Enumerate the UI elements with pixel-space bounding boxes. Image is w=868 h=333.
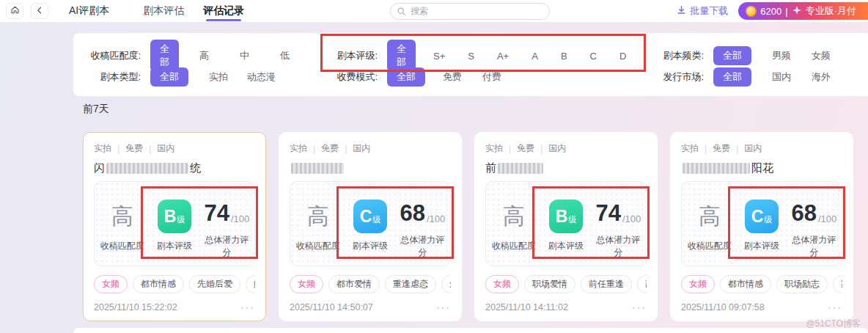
search-input[interactable] xyxy=(390,3,550,20)
score-column: 68 /100 总体潜力评分 xyxy=(397,194,449,259)
grade-badge: B 级 xyxy=(158,200,191,233)
evaluation-card[interactable]: 实拍| 免费| 国内 闪 统 高 收稿匹配度 B 级 剧本评级 7 xyxy=(83,132,266,321)
tag: 女频 xyxy=(485,275,519,293)
score-panel: 高 收稿匹配度 C 级 剧本评级 68 /100 总体潜力评分 xyxy=(681,181,842,266)
meta-market: 国内 xyxy=(157,142,174,155)
meta-divider: | xyxy=(117,144,119,154)
more-button[interactable]: ··· xyxy=(828,301,842,313)
grade-unit: 级 xyxy=(372,214,380,225)
back-button[interactable] xyxy=(31,3,48,19)
filter-option[interactable]: 全部 xyxy=(713,67,751,87)
filter-option[interactable]: 付费 xyxy=(482,70,501,84)
grade-badge: B 级 xyxy=(549,200,583,233)
coin-icon xyxy=(746,6,757,17)
grade-unit: 级 xyxy=(568,214,576,225)
grade-label: 剧本评级 xyxy=(548,240,584,252)
score-column: 74 /100 总体潜力评分 xyxy=(201,194,253,259)
more-button[interactable]: ··· xyxy=(240,301,255,313)
filter-label: 收费模式: xyxy=(320,70,378,84)
plan-badge[interactable]: 6200 | 专业版·月付 xyxy=(738,2,868,20)
title-text: 统 xyxy=(190,161,201,175)
grade-label: 剧本评级 xyxy=(157,240,192,252)
filter-option[interactable]: B xyxy=(561,51,567,62)
score-label: 总体潜力评分 xyxy=(201,234,253,259)
card-date: 2025/11/10 14:50:07 xyxy=(290,302,373,312)
score-max: /100 xyxy=(622,213,641,224)
grade-letter: B xyxy=(556,207,568,227)
evaluation-card[interactable]: 实拍| 免费| 国内 阳花 高 收稿匹配度 C 级 剧本评级 6 xyxy=(670,132,853,321)
grade-unit: 级 xyxy=(764,214,772,225)
filter-option[interactable]: 女频 xyxy=(812,49,831,62)
match-column: 高 收稿匹配度 xyxy=(683,200,735,252)
tag: 甜宠虐恋 xyxy=(637,275,647,293)
filter-option[interactable]: 全部 xyxy=(713,46,751,65)
card-title: 前 xyxy=(485,161,647,175)
meta-divider: | xyxy=(345,144,347,154)
filter-label: 发行市场: xyxy=(645,70,704,84)
batch-download-button[interactable]: 批量下载 xyxy=(677,4,728,18)
filter-option[interactable]: 国内 xyxy=(772,70,791,84)
match-label: 收稿匹配度 xyxy=(296,240,340,252)
badge-divider: | xyxy=(785,6,787,17)
filter-option[interactable]: 动态漫 xyxy=(247,70,276,84)
filter-option[interactable]: D xyxy=(619,51,626,62)
tag: 先婚后爱 xyxy=(441,275,451,293)
grade-unit: 级 xyxy=(177,214,185,225)
redacted-text xyxy=(498,163,543,174)
card-date: 2025/11/10 15:22:02 xyxy=(94,302,177,312)
filter-option[interactable]: A+ xyxy=(497,51,509,62)
filter-option[interactable]: C xyxy=(590,51,597,62)
score-value: 68 /100 xyxy=(400,194,445,227)
card-footer: 2025/11/10 14:50:07 ··· xyxy=(290,301,451,313)
tag: 家庭伦理 xyxy=(833,275,842,293)
tag: 女频 xyxy=(681,275,715,293)
filter-option[interactable]: 实拍 xyxy=(209,70,228,84)
filter-option[interactable]: 中 xyxy=(240,49,249,62)
grade-label: 剧本评级 xyxy=(353,240,388,252)
filter-option[interactable]: 全部 xyxy=(150,67,188,87)
evaluation-card[interactable]: 实拍| 免费| 国内 前 高 收稿匹配度 B 级 剧本评级 74 xyxy=(474,132,658,321)
section-title: 前7天 xyxy=(83,103,109,116)
filter-group-script-channel: 剧本频类: 全部 男频 女频 xyxy=(645,46,868,65)
more-button[interactable]: ··· xyxy=(632,301,647,313)
tag: 女频 xyxy=(290,275,323,293)
redacted-text xyxy=(683,163,750,174)
filter-option[interactable]: S+ xyxy=(433,51,445,62)
filter-option[interactable]: A xyxy=(532,51,538,62)
tab-script-evaluation[interactable]: 剧本评估 xyxy=(143,0,184,22)
tag: 职场励志 xyxy=(776,275,828,293)
tag: 都市情感 xyxy=(720,275,771,293)
topbar: AI评剧本 剧本评估 评估记录 批量下载 6200 | 专业版·月付 xyxy=(0,0,868,22)
filter-option[interactable]: 全部 xyxy=(387,67,425,87)
meta-divider: | xyxy=(705,144,707,154)
filter-label: 剧本类型: xyxy=(73,70,141,84)
filter-option[interactable]: S xyxy=(468,51,474,62)
filter-option[interactable]: 免费 xyxy=(443,70,462,84)
meta-market: 国内 xyxy=(744,142,762,155)
meta-divider: | xyxy=(313,144,315,154)
filter-option[interactable]: 低 xyxy=(280,49,290,62)
title-text: 闪 xyxy=(94,161,105,175)
tab-evaluation-records[interactable]: 评估记录 xyxy=(203,0,244,22)
download-icon xyxy=(677,5,686,17)
home-button[interactable] xyxy=(6,3,23,19)
score-value: 68 /100 xyxy=(791,194,836,227)
filter-option[interactable]: 男频 xyxy=(772,49,791,62)
home-icon xyxy=(10,4,20,18)
more-button[interactable]: ··· xyxy=(436,301,451,313)
redacted-text xyxy=(106,163,188,174)
score-number: 68 xyxy=(791,202,816,224)
filter-row-1: 收稿匹配度: 全部 高 中 低 剧本评级: 全部 S+ S A+ A B C D… xyxy=(73,40,868,65)
watermark: @51CTO博客 xyxy=(806,318,861,330)
filter-option[interactable]: 海外 xyxy=(812,70,831,84)
card-meta: 实拍| 免费| 国内 xyxy=(485,142,647,155)
meta-type: 实拍 xyxy=(681,142,699,155)
tag: 都市情感 xyxy=(133,275,184,293)
filter-option[interactable]: 高 xyxy=(199,49,209,62)
evaluation-card[interactable]: 实拍| 免费| 国内 高 收稿匹配度 C 级 剧本评级 68 xyxy=(279,132,462,321)
score-value: 74 /100 xyxy=(595,194,641,227)
card-date: 2025/11/10 09:07:58 xyxy=(681,302,765,312)
card-title: 闪 统 xyxy=(94,161,255,175)
meta-type: 实拍 xyxy=(290,142,307,155)
filter-label: 剧本频类: xyxy=(645,49,704,62)
